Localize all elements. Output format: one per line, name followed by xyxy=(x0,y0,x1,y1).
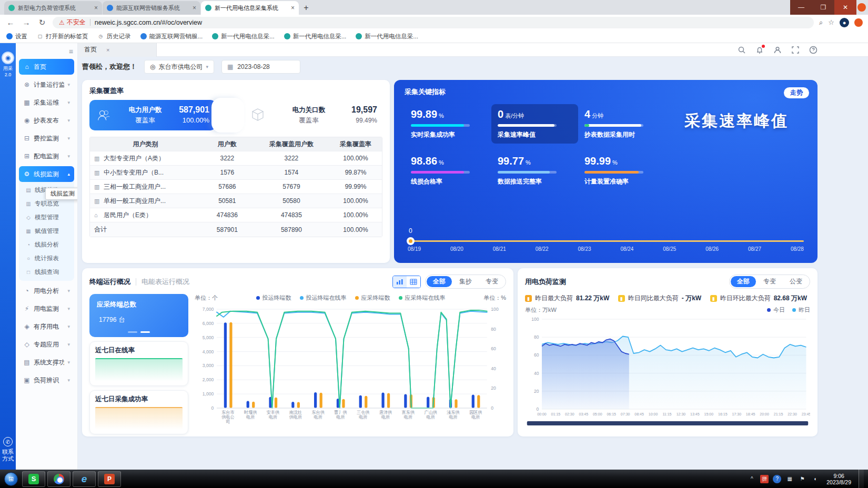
maximize-button[interactable]: ❐ xyxy=(812,0,834,15)
sidebar-subitem-赋值管理[interactable]: ▦赋值管理 xyxy=(19,224,74,238)
page-tab-home[interactable]: 首页 × xyxy=(78,43,157,57)
tab-close-icon[interactable]: × xyxy=(106,47,109,53)
taskbar-wps[interactable]: S xyxy=(22,471,45,487)
carousel-dots[interactable] xyxy=(89,331,188,333)
table-view-button[interactable] xyxy=(407,276,420,288)
sidebar-subitem-线损分析[interactable]: ◔线损分析 xyxy=(19,238,74,251)
date-picker[interactable]: ▦ 2023-08-28 xyxy=(221,60,300,74)
url-text[interactable]: neweic.js.sgcc.com.cn/#/oc/overview xyxy=(95,19,202,26)
tab-close-icon[interactable]: × xyxy=(193,4,196,12)
power-gates-card[interactable]: 电力关口数覆盖率 19,59799.49% xyxy=(244,100,382,130)
sidebar-collapse-icon[interactable]: ≡ xyxy=(69,47,73,56)
legend-item[interactable]: 投运终端在线率 xyxy=(300,294,347,302)
minimize-button[interactable]: — xyxy=(790,0,812,15)
tab-terminal-overview[interactable]: 终端运行概况 xyxy=(89,277,130,287)
browser-tab[interactable]: 新一代用电信息采集系统× xyxy=(201,1,299,15)
browser-tab[interactable]: 新型电力负荷管理系统× xyxy=(4,1,102,15)
metric-card[interactable]: 99.89%实时采集成功率 xyxy=(405,104,491,144)
show-desktop-button[interactable] xyxy=(859,470,864,488)
bookmark-item[interactable]: 新一代用电信息采... xyxy=(356,33,418,40)
close-button[interactable]: ✕ xyxy=(834,0,856,15)
bookmark-star-icon[interactable]: ☆ xyxy=(828,18,834,26)
sidebar-item-用电分析[interactable]: ◔用电分析▾ xyxy=(19,283,74,299)
bookmark-item[interactable]: 能源互联网营销服... xyxy=(140,33,203,40)
tray-caret-icon[interactable]: ^ xyxy=(748,475,756,483)
carousel-page-edge[interactable] xyxy=(211,98,244,133)
filter-专变[interactable]: 专变 xyxy=(757,276,782,287)
metric-card[interactable]: 99.77%数据推送完整率 xyxy=(491,151,578,190)
sidebar-item-配电监测[interactable]: ⊞配电监测▾ xyxy=(19,148,74,164)
forward-button[interactable]: → xyxy=(21,18,32,27)
sidebar-item-费控监测[interactable]: ⊟费控监测▾ xyxy=(19,130,74,146)
success-rate-mini-card[interactable]: 近七日采集成功率 xyxy=(89,390,188,435)
metric-card[interactable]: 4分钟抄表数据采集用时 xyxy=(578,104,670,144)
url-bar[interactable]: ⚠不安全 neweic.js.sgcc.com.cn/#/oc/overview xyxy=(53,17,814,28)
sidebar-item-用电监测[interactable]: ⚡用电监测▾ xyxy=(19,301,74,317)
trend-badge-button[interactable]: 走势 xyxy=(784,87,809,98)
filter-集抄[interactable]: 集抄 xyxy=(453,276,478,287)
browser-profile-avatar[interactable]: ● xyxy=(840,18,849,27)
new-tab-button[interactable]: + xyxy=(299,1,313,15)
notification-bell-icon[interactable] xyxy=(755,46,764,54)
start-button[interactable]: ⊞ xyxy=(2,471,20,487)
legend-item[interactable]: 今日 xyxy=(767,306,785,314)
taskbar-chrome[interactable] xyxy=(47,471,70,487)
sidebar-subitem-统计报表[interactable]: ○统计报表 xyxy=(19,251,74,265)
sidebar-subitem-模型管理[interactable]: ◇模型管理 xyxy=(19,210,74,224)
filter-全部[interactable]: 全部 xyxy=(427,276,452,287)
speaker-icon[interactable]: ◖ xyxy=(811,475,819,483)
datazoom-scrollbar[interactable] xyxy=(527,421,808,425)
metric-card[interactable]: 99.99%计量装置准确率 xyxy=(578,151,670,190)
filter-专变[interactable]: 专变 xyxy=(479,276,504,287)
bookmark-item[interactable]: 设置 xyxy=(6,33,27,40)
fullscreen-icon[interactable] xyxy=(791,46,800,54)
sidebar-item-线损监测[interactable]: ⚙线损监测▴ xyxy=(19,166,74,182)
timeline-point[interactable] xyxy=(407,237,415,245)
sidebar-item-计量运行监测[interactable]: ⊗计量运行监测▾ xyxy=(19,77,74,93)
browser-tab[interactable]: 能源互联网营销服务系统× xyxy=(103,1,200,15)
security-warning[interactable]: ⚠不安全 xyxy=(59,18,86,27)
taskbar-ppt[interactable]: P xyxy=(98,471,121,487)
sidebar-item-抄表发布[interactable]: ◉抄表发布▾ xyxy=(19,113,74,128)
ime-icon[interactable]: 拼 xyxy=(760,475,769,483)
org-selector[interactable]: ◎ 东台市供电公司 ▾ xyxy=(144,60,214,74)
legend-item[interactable]: 昨日 xyxy=(792,306,810,314)
chart-view-button[interactable] xyxy=(393,276,407,288)
terminal-total-card[interactable]: 应采终端总数 17796台 xyxy=(89,294,188,337)
metric-card[interactable]: 98.86%线损合格率 xyxy=(405,151,491,190)
sidebar-item-首页[interactable]: ⌂首页 xyxy=(19,59,74,75)
browser-menu-icon[interactable] xyxy=(854,18,863,27)
filter-全部[interactable]: 全部 xyxy=(731,276,756,287)
legend-item[interactable]: 应采终端数 xyxy=(355,294,390,302)
help-icon[interactable] xyxy=(809,46,817,54)
online-rate-mini-card[interactable]: 近七日在线率 xyxy=(89,341,188,386)
taskbar-clock[interactable]: 9:06 2023/8/29 xyxy=(823,473,854,485)
tab-close-icon[interactable]: × xyxy=(291,4,295,12)
sidebar-item-有序用电[interactable]: ◈有序用电▾ xyxy=(19,319,74,334)
sidebar-item-专题应用[interactable]: ◇专题应用▾ xyxy=(19,337,74,352)
bookmark-item[interactable]: ◷历史记录 xyxy=(98,33,131,40)
sidebar-item-负荷辨识[interactable]: ▣负荷辨识▾ xyxy=(19,372,74,388)
reload-button[interactable]: ↻ xyxy=(37,18,47,27)
taskbar-ie[interactable]: e xyxy=(73,471,96,487)
legend-item[interactable]: 应采终端在线率 xyxy=(399,294,446,302)
zoom-icon[interactable]: ⌕ xyxy=(819,18,823,27)
bookmark-item[interactable]: 新一代用电信息采... xyxy=(284,33,347,40)
user-icon[interactable] xyxy=(773,46,782,54)
sidebar-item-采集运维[interactable]: ▦采集运维▾ xyxy=(19,95,74,110)
back-button[interactable]: ← xyxy=(5,18,16,27)
tab-close-icon[interactable]: × xyxy=(94,4,98,12)
keyboard-icon[interactable]: ▦ xyxy=(785,475,794,483)
metric-card[interactable]: 0表/分钟采集速率峰值 xyxy=(491,104,578,144)
tray-help-icon[interactable]: ? xyxy=(773,475,781,483)
sidebar-subitem-线损查询[interactable]: □线损查询 xyxy=(19,265,74,279)
tab-meter-overview[interactable]: 电能表运行概况 xyxy=(142,277,189,287)
legend-item[interactable]: 投运终端数 xyxy=(256,294,291,302)
bookmark-item[interactable]: 新一代用电信息采... xyxy=(212,33,275,40)
contact-button[interactable]: ✆ 联系 方式 xyxy=(0,437,16,462)
bookmark-item[interactable]: ▢打开新的标签页 xyxy=(37,33,88,40)
sidebar-item-系统支撑功能[interactable]: ▤系统支撑功能▾ xyxy=(19,354,74,370)
filter-公变[interactable]: 公变 xyxy=(783,276,809,287)
search-icon[interactable] xyxy=(738,46,746,54)
flag-icon[interactable]: ⚑ xyxy=(798,475,806,483)
